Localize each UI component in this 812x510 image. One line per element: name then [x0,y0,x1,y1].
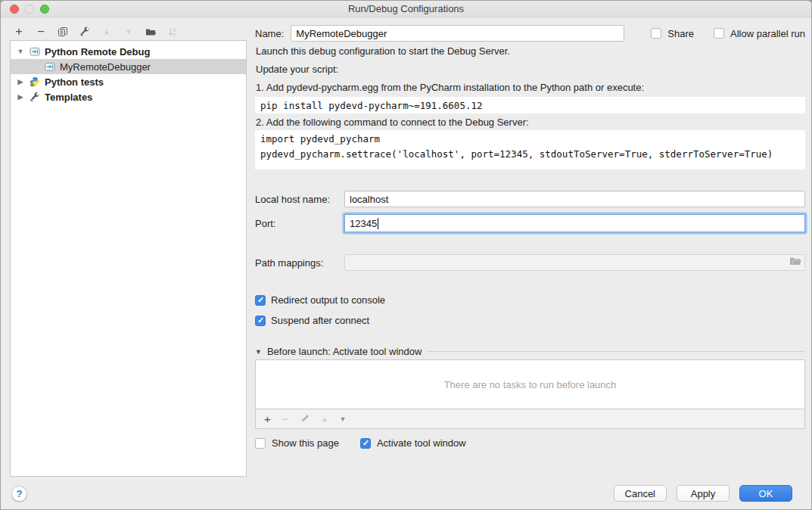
wrench-icon [29,91,41,103]
show-this-page-label: Show this page [272,437,339,449]
expand-arrow-icon[interactable]: ▶ [15,93,26,101]
code-line-import: import pydevd_pycharm [260,133,380,145]
name-input[interactable] [291,25,624,42]
sort-alphabetically-icon[interactable]: az [166,26,179,38]
remove-configuration-icon[interactable]: − [35,26,47,38]
activate-tool-window-checkbox[interactable] [360,438,371,449]
allow-parallel-run-checkbox[interactable] [714,28,724,39]
configurations-tree: ▼ Python Remote Debug MyRemoteDebugger ▶… [10,40,247,477]
share-label: Share [667,28,694,39]
text-cursor [378,218,378,229]
before-launch-task-list: There are no tasks to run before launch [255,359,805,409]
cancel-button[interactable]: Cancel [614,485,667,502]
tree-item-myremotedebugger[interactable]: MyRemoteDebugger [11,59,246,74]
suspend-after-connect-checkbox[interactable] [255,316,266,326]
apply-button[interactable]: Apply [677,485,730,502]
tree-item-label: MyRemoteDebugger [60,61,151,73]
port-input[interactable] [344,214,805,232]
edit-task-icon[interactable] [300,413,310,425]
allow-parallel-run-label: Allow parallel run [730,28,805,39]
configurations-toolbar: + − ▲ ▼ az [13,24,179,39]
redirect-output-checkbox[interactable] [255,295,266,306]
help-icon: ? [17,488,23,499]
tree-item-label: Templates [45,92,92,103]
remote-debug-icon [29,45,41,58]
svg-text:z: z [173,32,176,37]
copy-configuration-icon[interactable] [57,26,69,38]
path-mappings-label: Path mappings: [255,257,344,269]
activate-tool-window-label: Activate tool window [377,437,466,449]
edit-configuration-icon[interactable] [79,26,91,38]
instruction-line-2: Update your script: [256,64,338,76]
remote-debug-icon [44,61,56,73]
minimize-window-button[interactable] [25,5,34,14]
tree-item-templates[interactable]: ▶ Templates [11,89,246,104]
show-this-page-checkbox[interactable] [255,438,266,449]
before-launch-toolbar: + − ▲ ▼ [255,409,805,429]
close-window-button[interactable] [10,5,19,14]
port-label: Port: [255,218,344,229]
dialog-buttons: Cancel Apply OK [614,485,792,502]
zoom-window-button[interactable] [40,5,49,14]
add-task-icon[interactable]: + [264,414,271,424]
instruction-step-2: 2. Add the following command to connect … [256,117,529,129]
remove-task-icon[interactable]: − [282,414,289,424]
tree-item-python-tests[interactable]: ▶ Python tests [11,74,246,89]
tree-item-label: Python tests [45,76,104,88]
help-button[interactable]: ? [11,486,27,502]
settrace-code-snippet: import pydevd_pycharmpydevd_pycharm.sett… [255,130,805,169]
pip-install-command: pip install pydevd-pycharm~=191.6605.12 [255,97,805,114]
ok-button[interactable]: OK [739,485,792,502]
share-checkbox[interactable] [651,28,661,39]
redirect-output-label: Redirect output to console [271,294,385,306]
section-divider [427,351,805,352]
move-task-down-icon[interactable]: ▼ [339,415,346,423]
tree-item-label: Python Remote Debug [45,46,150,58]
expand-arrow-icon[interactable]: ▶ [15,78,26,86]
move-task-up-icon[interactable]: ▲ [322,415,328,423]
suspend-after-connect-label: Suspend after connect [271,315,369,326]
local-host-name-input[interactable] [344,191,805,207]
collapse-arrow-icon[interactable]: ▼ [255,348,262,356]
move-up-icon[interactable]: ▲ [101,26,113,38]
collapse-arrow-icon[interactable]: ▼ [15,48,26,55]
code-line-settrace: pydevd_pycharm.settrace('localhost', por… [260,148,773,160]
instruction-line-1: Launch this debug configuration to start… [256,45,510,58]
path-mappings-input[interactable] [344,254,805,271]
open-folder-icon[interactable] [789,257,801,269]
name-label: Name: [255,28,284,39]
instruction-step-1: 1. Add pydevd-pycharm.egg from the PyCha… [256,82,644,94]
python-tests-icon [29,76,41,88]
new-folder-icon[interactable] [145,26,157,38]
before-launch-empty-text: There are no tasks to run before launch [444,379,617,390]
tree-item-python-remote-debug[interactable]: ▼ Python Remote Debug [11,44,246,59]
run-debug-configurations-dialog: Run/Debug Configurations + − ▲ ▼ az ▼ Py… [0,0,812,510]
move-down-icon[interactable]: ▼ [123,26,135,38]
configuration-editor: Name: Share Allow parallel run Launch th… [255,1,805,510]
before-launch-title: Before launch: Activate tool window [267,346,422,357]
add-configuration-icon[interactable]: + [13,26,25,38]
local-host-name-label: Local host name: [255,194,344,205]
